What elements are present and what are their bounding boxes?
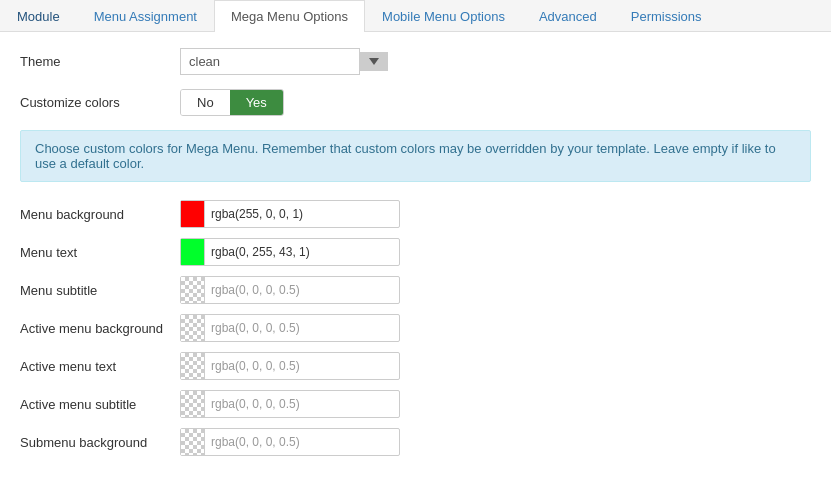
tab-mega-menu-options[interactable]: Mega Menu Options [214,0,365,32]
color-swatch-active-menu-text[interactable] [181,353,205,379]
color-label-submenu-background: Submenu background [20,435,180,450]
color-swatch-menu-background[interactable] [181,201,205,227]
theme-select-wrap: clean [180,48,388,75]
color-text-input-active-menu-subtitle[interactable] [205,393,399,415]
main-content: Theme clean Customize colors No Yes Choo… [0,32,831,482]
yes-button[interactable]: Yes [230,90,283,115]
tab-advanced[interactable]: Advanced [522,0,614,32]
color-text-input-menu-background[interactable] [205,203,399,225]
color-text-input-menu-text[interactable] [205,241,399,263]
tab-module[interactable]: Module [0,0,77,32]
color-row-submenu-background: Submenu background [20,428,811,456]
color-label-menu-text: Menu text [20,245,180,260]
customize-colors-row: Customize colors No Yes [20,89,811,116]
color-label-active-menu-text: Active menu text [20,359,180,374]
color-fields: Menu backgroundMenu textMenu subtitleAct… [20,200,811,456]
color-input-wrap-menu-text [180,238,400,266]
color-row-menu-subtitle: Menu subtitle [20,276,811,304]
color-input-wrap-menu-subtitle [180,276,400,304]
color-input-wrap-active-menu-text [180,352,400,380]
tab-menu-assignment[interactable]: Menu Assignment [77,0,214,32]
color-swatch-active-menu-subtitle[interactable] [181,391,205,417]
color-input-wrap-active-menu-subtitle [180,390,400,418]
color-label-active-menu-background: Active menu background [20,321,180,336]
color-input-wrap-submenu-background [180,428,400,456]
info-box: Choose custom colors for Mega Menu. Reme… [20,130,811,182]
color-swatch-menu-subtitle[interactable] [181,277,205,303]
color-row-active-menu-subtitle: Active menu subtitle [20,390,811,418]
customize-colors-label: Customize colors [20,95,180,110]
color-row-active-menu-text: Active menu text [20,352,811,380]
tab-bar: ModuleMenu AssignmentMega Menu OptionsMo… [0,0,831,32]
color-text-input-submenu-background[interactable] [205,431,399,453]
color-label-menu-background: Menu background [20,207,180,222]
color-text-input-active-menu-background[interactable] [205,317,399,339]
color-input-wrap-menu-background [180,200,400,228]
tab-permissions[interactable]: Permissions [614,0,719,32]
color-swatch-submenu-background[interactable] [181,429,205,455]
color-input-wrap-active-menu-background [180,314,400,342]
color-swatch-menu-text[interactable] [181,239,205,265]
theme-dropdown-arrow[interactable] [360,52,388,71]
color-row-menu-text: Menu text [20,238,811,266]
tab-mobile-menu-options[interactable]: Mobile Menu Options [365,0,522,32]
no-button[interactable]: No [181,90,230,115]
theme-label: Theme [20,54,180,69]
color-row-active-menu-background: Active menu background [20,314,811,342]
theme-row: Theme clean [20,48,811,75]
color-text-input-active-menu-text[interactable] [205,355,399,377]
color-row-menu-background: Menu background [20,200,811,228]
yes-no-toggle: No Yes [180,89,284,116]
theme-select[interactable]: clean [180,48,360,75]
color-text-input-menu-subtitle[interactable] [205,279,399,301]
color-label-active-menu-subtitle: Active menu subtitle [20,397,180,412]
color-label-menu-subtitle: Menu subtitle [20,283,180,298]
color-swatch-active-menu-background[interactable] [181,315,205,341]
